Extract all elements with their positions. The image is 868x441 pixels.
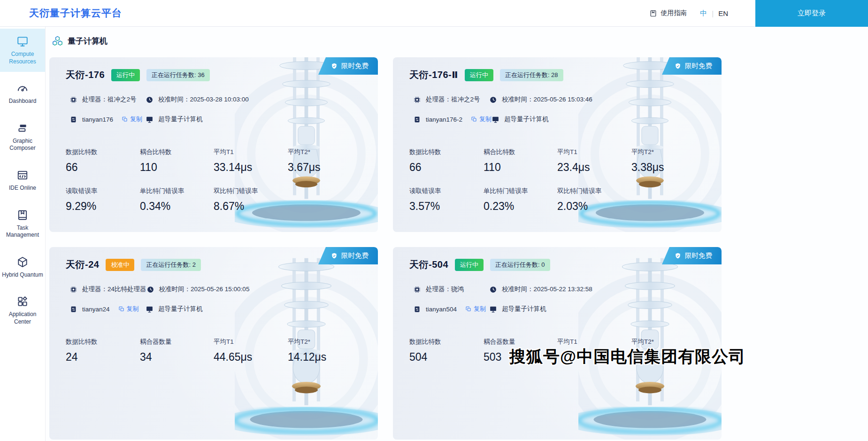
stat-data-qubits: 数据比特数66 — [66, 148, 140, 174]
card-stats: 数据比特数66 耦合比特数110 平均T133.14μs 平均T2*3.67μs… — [49, 148, 378, 213]
calibration-value: 2025-03-28 10:03:00 — [190, 96, 249, 103]
login-button[interactable]: 立即登录 — [755, 0, 868, 27]
stat-coupler-qubits: 耦合比特数110 — [140, 148, 214, 174]
machine-id-value: tianyan176 — [82, 116, 113, 123]
running-tasks-badge: 正在运行任务数: 2 — [141, 259, 200, 271]
stat-data-qubits: 数据比特数24 — [66, 338, 140, 364]
processor-row: 处理器：24比特处理器 — [69, 285, 146, 294]
sidebar-item-hybrid-quantum[interactable]: Hybrid Quantum — [0, 249, 45, 286]
stat-avg-t1: 平均T144.65μs — [214, 338, 288, 364]
machine-id-icon — [413, 116, 421, 124]
calibration-row: 校准时间：2025-03-28 10:03:00 — [146, 95, 249, 104]
sidebar: Compute Resources Dashboard Graphic Comp… — [0, 27, 46, 441]
sidebar-item-label: Compute Resources — [2, 51, 43, 65]
calibration-label: 校准时间： — [158, 96, 190, 103]
lang-en-toggle[interactable]: EN — [718, 9, 728, 17]
watermark-text: 搜狐号@中国电信集团有限公司 — [509, 346, 745, 368]
stat-avg-t1: 平均T123.4μs — [557, 148, 631, 174]
running-tasks-badge: 正在运行任务数: 0 — [490, 259, 550, 271]
copy-label: 复制 — [479, 115, 492, 124]
sidebar-item-task-management[interactable]: Task Management — [0, 202, 45, 246]
apps-icon — [16, 295, 29, 308]
copy-button[interactable]: 复制 — [465, 305, 486, 313]
machine-id-icon — [413, 305, 421, 313]
copy-icon — [465, 306, 472, 312]
machine-id-value: tianyan24 — [82, 306, 110, 313]
page-header: 量子计算机 — [49, 35, 868, 47]
clock-icon — [489, 96, 497, 104]
machine-id-value: tianyan176-2 — [426, 116, 462, 123]
shield-check-icon — [330, 252, 338, 260]
monitor-icon — [489, 305, 497, 313]
copy-icon — [471, 116, 477, 123]
machine-name: 天衍-176 — [66, 69, 105, 81]
machine-card-tianyan24: 限时免费 天衍-24 校准中 正在运行任务数: 2 — [49, 247, 378, 440]
machine-id-row: tianyan24 复制 — [69, 305, 146, 313]
card-meta: 处理器：祖冲之2号 校准时间：2025-05-26 15:03:46 — [393, 95, 722, 124]
calibration-row: 校准时间：2025-05-26 15:03:46 — [489, 95, 592, 104]
machine-type-value: 超导量子计算机 — [158, 305, 203, 313]
platform-logo: 天衍量子计算云平台 — [29, 7, 122, 20]
processor-value: 骁鸿 — [451, 286, 464, 293]
lang-zh-toggle[interactable]: 中 — [700, 9, 707, 18]
sidebar-item-compute-resources[interactable]: Compute Resources — [0, 29, 45, 72]
calibration-label: 校准时间： — [159, 286, 191, 293]
copy-button[interactable]: 复制 — [122, 115, 142, 124]
sidebar-item-ide-online[interactable]: IDE Online — [0, 162, 45, 199]
stat-data-qubits: 数据比特数66 — [409, 148, 484, 174]
book-icon — [16, 209, 29, 221]
sidebar-item-label: Hybrid Quantum — [2, 271, 43, 279]
main-content: 量子计算机 — [46, 27, 868, 441]
copy-button[interactable]: 复制 — [118, 305, 139, 313]
stat-avg-t2: 平均T2*3.38μs — [631, 148, 722, 174]
copy-icon — [122, 116, 128, 123]
free-ribbon: 限时免费 — [662, 247, 722, 264]
monitor-icon — [146, 116, 154, 124]
cube-icon — [16, 256, 29, 268]
stat-avg-t2: 平均T2*14.12μs — [288, 338, 378, 364]
gauge-icon — [16, 82, 29, 94]
sidebar-item-dashboard[interactable]: Dashboard — [0, 76, 45, 112]
chip-icon — [413, 286, 421, 294]
machine-name: 天衍-176-Ⅱ — [409, 69, 458, 81]
copy-label: 复制 — [130, 115, 142, 124]
sidebar-item-label: Dashboard — [9, 98, 37, 105]
calibration-value: 2025-05-26 15:00:05 — [191, 286, 249, 293]
calibration-row: 校准时间：2025-05-22 13:32:58 — [489, 285, 592, 294]
machine-id-icon — [69, 116, 77, 124]
user-guide-link[interactable]: 使用指南 — [649, 9, 687, 17]
stat-single-gate-error: 单比特门错误率0.23% — [484, 187, 557, 213]
page-title: 量子计算机 — [68, 36, 108, 46]
status-badge: 运行中 — [111, 69, 140, 81]
stat-data-qubits: 数据比特数504 — [409, 338, 484, 364]
sidebar-item-graphic-composer[interactable]: Graphic Composer — [0, 116, 45, 159]
processor-value: 祖冲之2号 — [108, 96, 137, 103]
monitor-icon — [146, 305, 154, 313]
clock-icon — [146, 286, 154, 294]
stat-readout-error: 读取错误率9.29% — [66, 187, 140, 213]
machine-card-tianyan176: 限时免费 天衍-176 运行中 正在运行任务数: 36 — [49, 57, 378, 232]
language-switch: 中 | EN — [700, 9, 728, 18]
running-tasks-badge: 正在运行任务数: 36 — [146, 69, 210, 81]
calibration-value: 2025-05-26 15:03:46 — [534, 96, 592, 103]
machine-card-tianyan504: 限时免费 天衍-504 运行中 正在运行任务数: 0 — [393, 247, 722, 440]
copy-label: 复制 — [127, 305, 139, 313]
clock-icon — [489, 286, 497, 294]
stat-coupler-count: 耦合器数量34 — [140, 338, 214, 364]
processor-label: 处理器： — [82, 286, 108, 293]
stat-coupler-qubits: 耦合比特数110 — [484, 148, 557, 174]
sidebar-item-label: IDE Online — [9, 185, 36, 192]
processor-row: 处理器：祖冲之2号 — [69, 95, 146, 104]
copy-button[interactable]: 复制 — [471, 115, 492, 124]
free-ribbon: 限时免费 — [662, 57, 722, 75]
code-window-icon — [16, 169, 29, 181]
free-ribbon: 限时免费 — [318, 247, 378, 264]
free-ribbon-label: 限时免费 — [341, 251, 369, 260]
calibration-label: 校准时间： — [502, 286, 534, 293]
copy-icon — [118, 306, 125, 312]
sidebar-item-label: Task Management — [2, 224, 43, 239]
sidebar-item-label: Graphic Composer — [2, 138, 43, 152]
sidebar-item-application-center[interactable]: Application Center — [0, 289, 45, 332]
machine-id-row: tianyan504 复制 — [413, 305, 489, 313]
stat-single-gate-error: 单比特门错误率0.34% — [140, 187, 214, 213]
